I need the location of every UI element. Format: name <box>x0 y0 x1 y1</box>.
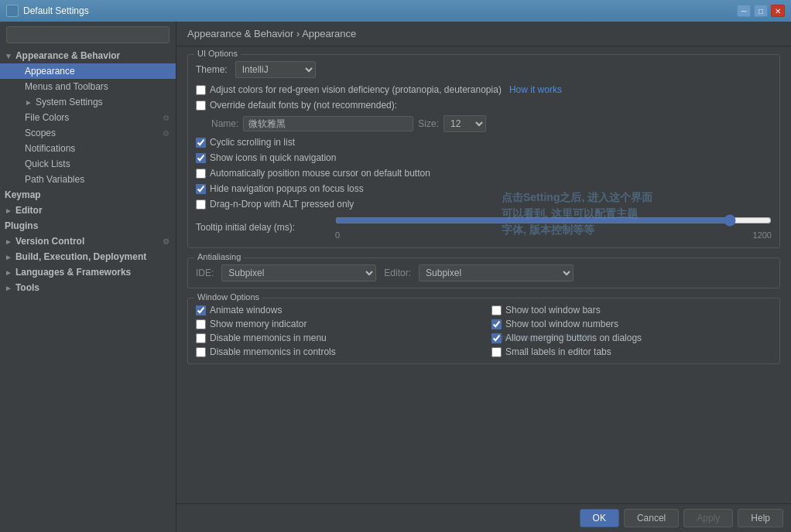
help-button[interactable]: Help <box>738 509 783 527</box>
window-title: Default Settings <box>23 5 737 16</box>
cancel-button[interactable]: Cancel <box>624 509 679 527</box>
editor-label: Editor: <box>384 268 411 278</box>
expand-arrow-build: ► <box>5 253 12 261</box>
disable-mnemonics-controls-checkbox[interactable] <box>196 347 206 357</box>
hide-navigation-checkbox[interactable] <box>196 184 206 194</box>
show-tool-bars-checkbox[interactable] <box>491 305 502 315</box>
how-it-works-link[interactable]: How it works <box>509 84 562 95</box>
sidebar-item-scopes[interactable]: Scopes ⚙ <box>0 125 176 141</box>
override-fonts-row: Override default fonts by (not recommend… <box>196 100 772 111</box>
apply-button[interactable]: Apply <box>683 509 733 527</box>
show-memory-label[interactable]: Show memory indicator <box>196 319 476 329</box>
show-tool-numbers-checkbox[interactable] <box>491 319 502 329</box>
hide-navigation-row: Hide navigation popups on focus loss <box>196 183 772 194</box>
sidebar-item-build-exec-deploy[interactable]: ► Build, Execution, Deployment <box>0 249 176 264</box>
ok-button[interactable]: OK <box>580 509 619 527</box>
sidebar-item-editor[interactable]: ► Editor <box>0 203 176 218</box>
sidebar-item-plugins[interactable]: Plugins <box>0 218 176 234</box>
show-tool-bars-label[interactable]: Show tool window bars <box>491 305 772 315</box>
show-tool-numbers-label[interactable]: Show tool window numbers <box>491 319 772 329</box>
show-icons-checkbox[interactable] <box>196 153 206 163</box>
sidebar-item-menus-toolbars[interactable]: Menus and Toolbars <box>0 79 176 94</box>
font-name-row: Name: Size: 12 10 11 13 14 <box>196 115 772 132</box>
size-select[interactable]: 12 10 11 13 14 <box>443 115 486 132</box>
font-name-input[interactable] <box>243 116 413 131</box>
show-memory-checkbox[interactable] <box>196 319 206 329</box>
auto-position-row: Automatically position mouse cursor on d… <box>196 168 772 179</box>
expand-arrow-vc: ► <box>5 237 12 246</box>
disable-mnemonics-menu-checkbox[interactable] <box>196 333 206 343</box>
override-fonts-label[interactable]: Override default fonts by (not recommend… <box>196 100 397 111</box>
allow-merging-label[interactable]: Allow merging buttons on dialogs <box>491 332 772 343</box>
window-options-grid: Animate windows Show tool window bars Sh… <box>196 305 772 357</box>
window-options-label: Window Options <box>194 292 262 302</box>
disable-mnemonics-controls-label[interactable]: Disable mnemonics in controls <box>196 346 476 357</box>
sidebar-item-appearance[interactable]: Appearance <box>0 63 176 79</box>
show-icons-row: Show icons in quick navigation <box>196 152 772 163</box>
expand-arrow-tools: ► <box>5 284 12 292</box>
expand-arrow: ▼ <box>5 52 12 60</box>
auto-position-checkbox[interactable] <box>196 169 206 179</box>
sidebar-item-path-variables[interactable]: Path Variables <box>0 172 176 187</box>
red-green-row: Adjust colors for red-green vision defic… <box>196 84 772 95</box>
cyclic-scrolling-row: Cyclic scrolling in list <box>196 137 772 148</box>
drag-drop-label[interactable]: Drag-n-Drop with ALT pressed only <box>196 199 354 210</box>
search-input[interactable] <box>6 26 170 43</box>
cyclic-scrolling-checkbox[interactable] <box>196 138 206 148</box>
theme-label: Theme: <box>196 64 228 75</box>
red-green-label[interactable]: Adjust colors for red-green vision defic… <box>196 84 502 95</box>
hide-navigation-label[interactable]: Hide navigation popups on focus loss <box>196 183 364 194</box>
sidebar-item-system-settings[interactable]: ► System Settings <box>0 94 176 110</box>
editor-aa-select[interactable]: Subpixel Greyscale No antialiasing <box>419 264 574 281</box>
drag-drop-row: Drag-n-Drop with ALT pressed only <box>196 199 772 210</box>
sidebar-item-file-colors[interactable]: File Colors ⚙ <box>0 110 176 125</box>
expand-arrow-editor: ► <box>5 206 12 215</box>
content-area: Appearance & Behavior › Appearance 点击Set… <box>176 22 791 532</box>
ide-label: IDE: <box>196 268 214 278</box>
small-labels-label[interactable]: Small labels in editor tabs <box>491 346 772 357</box>
tooltip-slider[interactable] <box>335 214 772 227</box>
title-bar: Default Settings ─ □ ✕ <box>0 0 791 22</box>
bottom-bar: OK Cancel Apply Help <box>176 503 791 532</box>
scopes-icon: ⚙ <box>163 129 170 138</box>
sidebar-item-quick-lists[interactable]: Quick Lists <box>0 156 176 172</box>
ide-aa-select[interactable]: Subpixel Greyscale No antialiasing <box>221 264 376 281</box>
antialiasing-group: Antialiasing IDE: Subpixel Greyscale No … <box>187 257 780 288</box>
allow-merging-checkbox[interactable] <box>491 333 502 343</box>
close-button[interactable]: ✕ <box>771 5 785 17</box>
expand-arrow-lang: ► <box>5 268 12 277</box>
tooltip-label: Tooltip initial delay (ms): <box>196 222 327 233</box>
maximize-button[interactable]: □ <box>754 5 768 17</box>
ui-options-label: UI Options <box>194 49 241 58</box>
title-bar-controls: ─ □ ✕ <box>737 5 785 17</box>
show-icons-label[interactable]: Show icons in quick navigation <box>196 152 336 163</box>
small-labels-checkbox[interactable] <box>491 347 502 357</box>
file-colors-icon: ⚙ <box>163 114 170 122</box>
minimize-button[interactable]: ─ <box>737 5 751 17</box>
override-fonts-checkbox[interactable] <box>196 101 206 111</box>
slider-labels: 0 1200 <box>335 230 772 240</box>
slider-container: 0 1200 <box>335 214 772 240</box>
disable-mnemonics-menu-label[interactable]: Disable mnemonics in menu <box>196 332 476 343</box>
red-green-checkbox[interactable] <box>196 85 206 95</box>
sidebar-item-notifications[interactable]: Notifications <box>0 141 176 156</box>
theme-select[interactable]: IntelliJ Darcula High Contrast <box>235 61 316 78</box>
sidebar-item-version-control[interactable]: ► Version Control ⚙ <box>0 234 176 249</box>
version-control-icon: ⚙ <box>163 237 170 246</box>
animate-windows-checkbox[interactable] <box>196 305 206 315</box>
cyclic-scrolling-label[interactable]: Cyclic scrolling in list <box>196 137 295 148</box>
font-name-label: Name: <box>211 118 238 129</box>
theme-row: Theme: IntelliJ Darcula High Contrast <box>196 61 772 78</box>
app-icon <box>6 5 19 17</box>
content-body: 点击Setting之后, 进入这个界面 可以看到, 这里可以配置主题 字体, 版… <box>176 46 791 503</box>
sidebar-item-appearance-behavior[interactable]: ▼ Appearance & Behavior <box>0 48 176 63</box>
auto-position-label[interactable]: Automatically position mouse cursor on d… <box>196 168 430 179</box>
animate-windows-label[interactable]: Animate windows <box>196 305 476 315</box>
antialiasing-label: Antialiasing <box>194 252 244 261</box>
expand-arrow-system: ► <box>25 98 33 107</box>
sidebar-item-keymap[interactable]: Keymap <box>0 187 176 203</box>
window-options-group: Window Options Animate windows Show tool… <box>187 298 780 364</box>
sidebar-item-languages-frameworks[interactable]: ► Languages & Frameworks <box>0 264 176 280</box>
drag-drop-checkbox[interactable] <box>196 200 206 210</box>
sidebar-item-tools[interactable]: ► Tools <box>0 280 176 295</box>
